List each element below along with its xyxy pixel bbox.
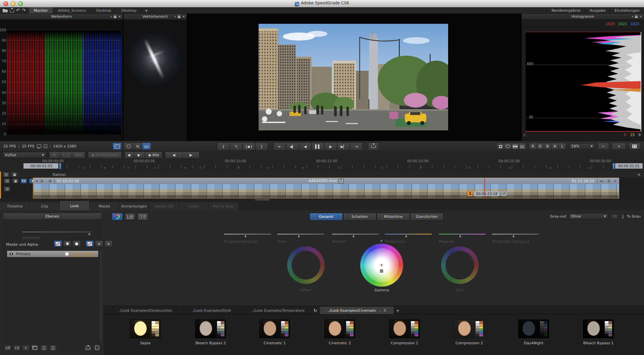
waveform-toggle[interactable]	[142, 142, 151, 150]
play-reverse-button[interactable]: ◀	[299, 142, 312, 151]
letterbox-button[interactable]	[512, 143, 519, 150]
keyframe-range-button[interactable]: {◆}	[243, 142, 255, 151]
previous-keyframe-button[interactable]: ◀	[165, 152, 182, 159]
grid-view-button[interactable]	[629, 143, 641, 150]
range-mode-select[interactable]: In/Out▼	[3, 152, 46, 158]
looks-tab-desaturation[interactable]: ../Look Examples/Desaturation	[113, 307, 177, 314]
tone-gesamt-button[interactable]: Gesamt	[310, 213, 343, 221]
look-preset[interactable]: Sepia	[125, 319, 165, 345]
look-preset[interactable]: Cinematic 2	[320, 319, 360, 345]
end-timecode[interactable]: 00:00:31:01	[615, 163, 643, 169]
close-panel-icon[interactable]: ×	[639, 15, 642, 18]
slider-track[interactable]	[224, 234, 271, 235]
wheel-cursor[interactable]: +	[380, 263, 383, 267]
layer-reset-link[interactable]: Zurücksetzen	[70, 252, 96, 256]
alpha-off-button[interactable]	[86, 240, 94, 247]
clip-visibility-button[interactable]	[20, 178, 27, 184]
preset-thumbnail[interactable]	[130, 319, 161, 338]
set-in-button[interactable]: {	[217, 142, 230, 151]
channel-luma-button[interactable]: L	[559, 143, 566, 150]
go-to-end-button[interactable]: ⇥	[350, 142, 363, 151]
set-out-button[interactable]: }	[256, 142, 268, 151]
wheel-mode-button[interactable]	[112, 213, 123, 221]
group-layers-button[interactable]	[31, 345, 39, 351]
layer-checkbox[interactable]	[65, 252, 68, 255]
preset-thumbnail[interactable]	[454, 319, 485, 338]
dock-arrow-icon[interactable]: ◂	[632, 15, 633, 18]
add-keyframe-button[interactable]: ◆	[124, 152, 134, 159]
add-layer-button[interactable]: +	[22, 345, 30, 351]
zoom-select[interactable]: 29%▼	[569, 143, 595, 150]
dock-arrow-icon[interactable]: ▸	[111, 15, 112, 18]
clip-thumbnails[interactable]	[33, 184, 619, 198]
timeline-clip[interactable]: « 0 ↺ 01:10:52:20 AA014201.mov1 01:11:24…	[33, 178, 619, 198]
clip-marker-badge[interactable]: 1	[339, 179, 343, 183]
merge-down-button[interactable]	[40, 345, 48, 351]
open-folder-icon[interactable]	[3, 8, 8, 12]
lock-panel-icon[interactable]	[178, 16, 180, 18]
play-button[interactable]: ▶	[325, 142, 337, 151]
refresh-looks-icon[interactable]: ↻	[311, 307, 320, 314]
opacity-slider[interactable]	[22, 232, 91, 232]
tab-anmerkungen[interactable]: Anmerkungen	[119, 202, 149, 210]
save-look-button[interactable]	[84, 345, 92, 351]
auto-keyframe-button[interactable]: ◆ Automatisch	[88, 152, 122, 159]
lock-panel-icon[interactable]	[114, 16, 116, 18]
timeline-ruler[interactable]: 00:00:00:00 00:00:05:00 00:00:10:00 00:0…	[0, 159, 644, 172]
workspace-tab-desktop-2[interactable]: Desktop	[116, 7, 142, 13]
add-workspace-button[interactable]: +	[142, 7, 151, 13]
workspace-tab-monitor[interactable]: Monitor	[29, 7, 53, 13]
layers-scrollbar[interactable]	[100, 250, 102, 342]
thumbnail-track-button[interactable]	[4, 186, 10, 192]
looks-tab-style[interactable]: ../Look Examples/Style	[177, 307, 245, 314]
tone-glanzlichter-button[interactable]: Glanzlichter	[410, 213, 443, 221]
look-preset[interactable]: Compression 1	[384, 319, 425, 345]
pause-button[interactable]: ▌▌	[312, 142, 324, 151]
tab-look[interactable]: Look	[60, 201, 90, 210]
look-preset[interactable]: Day4Night	[514, 319, 554, 345]
slider-handle[interactable]	[298, 235, 300, 237]
tone-mitteltoene-button[interactable]: Mitteltöne	[377, 213, 410, 221]
tab-maske[interactable]: Maske	[90, 202, 119, 210]
channel-blue-button[interactable]: B	[544, 143, 551, 150]
looks-tab-temperature[interactable]: ../Look Examples/Temperature	[245, 307, 311, 314]
look-preset[interactable]: Compression 2	[449, 319, 489, 345]
range-all-button[interactable]: Alle	[72, 152, 85, 159]
track-name[interactable]: flatiron	[53, 173, 66, 177]
look-preset[interactable]: Bleach Bypass 2	[191, 319, 231, 345]
vectorscope-toggle[interactable]	[124, 142, 133, 150]
layer-eye-icon[interactable]	[9, 253, 13, 255]
clip-bar[interactable]: « 0 ↺ 01:10:52:20 AA014201.mov1 01:11:24…	[33, 178, 619, 184]
slider-handle[interactable]	[353, 235, 354, 237]
slider-track[interactable]	[385, 234, 432, 235]
slider-handle[interactable]	[406, 235, 407, 237]
scope-display-toggle[interactable]	[112, 142, 122, 150]
workspace-tab-adobe-screens[interactable]: Adobe_Screens	[53, 7, 91, 13]
slider-track[interactable]	[439, 234, 486, 235]
gamma-wheel[interactable]: ▼ +	[360, 244, 403, 287]
end-marker[interactable]	[612, 163, 615, 170]
next-keyframe-button[interactable]: ▶	[182, 152, 200, 159]
look-preset[interactable]: Bleach Bypass 1	[578, 319, 619, 345]
settings-button[interactable]: Einstellungen	[610, 7, 644, 13]
channel-red-button[interactable]: R	[529, 143, 537, 150]
close-panel-icon[interactable]: ×	[118, 15, 121, 18]
undo-icon[interactable]: ↶	[16, 8, 20, 12]
lock-panel-icon[interactable]	[635, 16, 638, 18]
mask-view-button[interactable]	[504, 143, 512, 150]
timeline-playhead-line[interactable]	[484, 178, 485, 199]
clip-list-button[interactable]	[4, 178, 10, 184]
import-icon[interactable]	[10, 10, 14, 12]
crop-button[interactable]	[496, 143, 504, 150]
workspace-tab-desktop-1[interactable]: Desktop	[91, 7, 116, 13]
looks-tab-cinematic[interactable]: ../Look Examples/Cinematic .. X	[320, 307, 394, 314]
numeric-mode-button[interactable]: 1.0	[137, 213, 148, 221]
delete-layer-button[interactable]	[93, 345, 101, 351]
add-primary-button[interactable]: +P	[4, 345, 11, 351]
preset-thumbnail[interactable]	[259, 319, 290, 338]
preset-thumbnail[interactable]	[518, 319, 549, 338]
channels-toggle[interactable]: ⇆	[133, 142, 142, 150]
slider-track[interactable]	[492, 234, 539, 235]
mask-off-button[interactable]	[54, 240, 62, 247]
playhead-marker[interactable]	[59, 163, 61, 170]
